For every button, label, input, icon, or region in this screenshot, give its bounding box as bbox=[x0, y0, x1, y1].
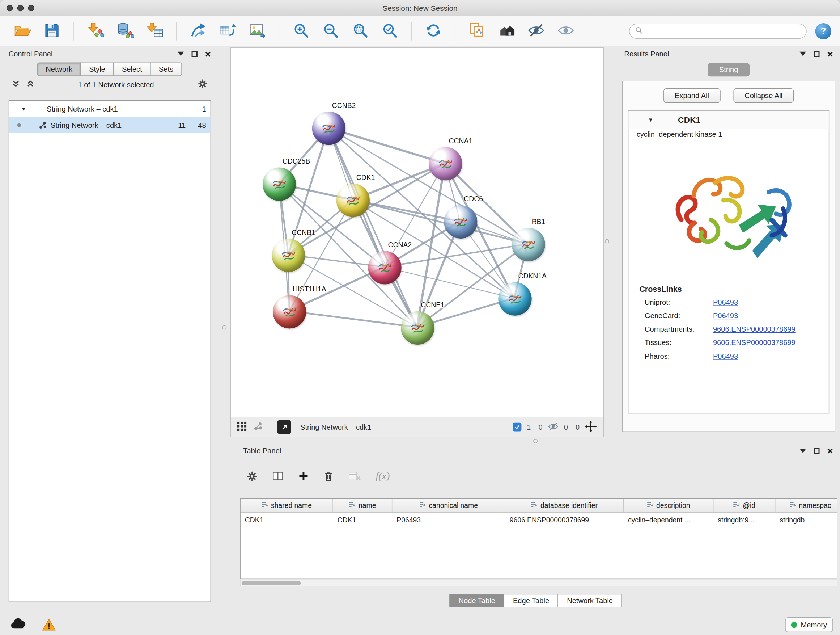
network-node-cdc6[interactable] bbox=[444, 205, 477, 239]
import-network-from-database-button[interactable] bbox=[112, 19, 137, 43]
network-node-ccnb2[interactable] bbox=[312, 111, 346, 145]
import-network-from-file-button[interactable] bbox=[83, 19, 107, 43]
search-box[interactable] bbox=[629, 24, 807, 39]
table-cell[interactable]: P06493 bbox=[392, 516, 505, 524]
tab-string[interactable]: String bbox=[707, 63, 750, 76]
detach-view-button[interactable] bbox=[277, 420, 291, 434]
overview-button[interactable] bbox=[494, 19, 519, 43]
network-node-cdc25b[interactable] bbox=[263, 168, 296, 201]
column-header-database-identifier[interactable]: database identifier bbox=[505, 499, 624, 512]
table-cell[interactable]: CDK1 bbox=[333, 516, 393, 524]
network-node-ccne1[interactable] bbox=[401, 311, 434, 345]
hide-graphics-details-button[interactable] bbox=[523, 19, 548, 43]
panel-float-icon[interactable] bbox=[191, 51, 197, 57]
memory-button[interactable]: Memory bbox=[785, 617, 833, 632]
control-panel-tab-select[interactable]: Select bbox=[113, 63, 150, 76]
panel-minimize-icon[interactable] bbox=[799, 448, 806, 453]
export-image-button[interactable] bbox=[245, 19, 270, 43]
close-window-button[interactable] bbox=[6, 5, 13, 11]
panel-close-icon[interactable]: × bbox=[827, 49, 833, 59]
create-column-plus-icon[interactable] bbox=[298, 470, 309, 481]
table-cell[interactable]: 9606.ENSP00000378699 bbox=[505, 516, 624, 524]
crosslink-link[interactable]: P06493 bbox=[713, 298, 829, 306]
panel-close-icon[interactable]: × bbox=[205, 49, 211, 59]
network-options-gear-icon[interactable] bbox=[197, 79, 208, 90]
network-node-rb1[interactable] bbox=[512, 228, 545, 261]
network-node-hist1h1a[interactable] bbox=[273, 295, 306, 328]
crosslink-link[interactable]: P06493 bbox=[713, 352, 829, 360]
control-panel-tab-network[interactable]: Network bbox=[37, 63, 81, 76]
crosslink-link[interactable]: P06493 bbox=[713, 312, 829, 320]
search-input[interactable] bbox=[647, 27, 801, 35]
network-canvas[interactable]: CCNB2CCNA1CDC25BCDK1CDC6RB1CCNB1CCNA2CDK… bbox=[231, 48, 603, 417]
table-tab-node-table[interactable]: Node Table bbox=[449, 594, 504, 608]
network-share-icon[interactable] bbox=[254, 422, 263, 432]
network-node-ccna1[interactable] bbox=[429, 147, 462, 180]
warning-icon[interactable] bbox=[42, 618, 57, 633]
duplicate-network-button[interactable] bbox=[464, 19, 489, 43]
collapse-all-button[interactable]: Collapse All bbox=[733, 88, 794, 103]
splitter-handle[interactable] bbox=[222, 325, 226, 329]
zoom-out-button[interactable] bbox=[318, 19, 343, 43]
grid-view-icon[interactable] bbox=[237, 422, 246, 432]
table-tab-network-table[interactable]: Network Table bbox=[558, 594, 622, 608]
panel-close-icon[interactable]: × bbox=[827, 446, 833, 456]
hidden-eye-slash-icon[interactable] bbox=[548, 421, 559, 432]
splitter-handle[interactable] bbox=[605, 239, 609, 243]
gene-collapse-icon[interactable]: ▼ bbox=[648, 117, 653, 123]
panel-minimize-icon[interactable] bbox=[178, 52, 184, 56]
zoom-selected-button[interactable] bbox=[377, 19, 402, 43]
expand-all-button[interactable]: Expand All bbox=[663, 88, 720, 103]
delete-table-icon[interactable] bbox=[348, 470, 361, 481]
panel-float-icon[interactable] bbox=[813, 51, 819, 57]
maximize-window-button[interactable] bbox=[28, 5, 34, 11]
panel-float-icon[interactable] bbox=[813, 448, 819, 454]
control-panel-tab-sets[interactable]: Sets bbox=[150, 63, 182, 76]
column-header-namespac[interactable]: namespac bbox=[775, 499, 837, 512]
network-collection-row[interactable]: ▼ String Network – cdk1 1 bbox=[9, 101, 210, 117]
column-header-canonical-name[interactable]: canonical name bbox=[392, 499, 505, 512]
minimize-window-button[interactable] bbox=[17, 5, 24, 11]
table-row[interactable]: CDK1CDK1P064939606.ENSP00000378699cyclin… bbox=[240, 513, 837, 527]
column-header-name[interactable]: name bbox=[333, 499, 393, 512]
table-settings-gear-icon[interactable] bbox=[246, 470, 257, 481]
table-cell[interactable]: cyclin–dependent ... bbox=[624, 516, 714, 524]
network-node-ccnb1[interactable] bbox=[272, 239, 305, 272]
save-session-button[interactable] bbox=[39, 19, 64, 43]
cloud-status-icon[interactable] bbox=[10, 618, 27, 632]
open-session-button[interactable] bbox=[10, 19, 34, 43]
pan-crosshair-icon[interactable] bbox=[585, 420, 597, 434]
column-header-description[interactable]: description bbox=[624, 499, 714, 512]
column-header-id[interactable]: @id bbox=[714, 499, 775, 512]
import-table-from-file-button[interactable] bbox=[142, 19, 167, 43]
network-node-ccna2[interactable] bbox=[368, 251, 401, 284]
show-graphics-details-button[interactable] bbox=[553, 19, 578, 43]
network-node-cdkn1a[interactable] bbox=[498, 282, 531, 315]
zoom-fit-button[interactable] bbox=[347, 19, 372, 43]
column-header-shared-name[interactable]: shared name bbox=[240, 499, 333, 512]
function-builder-icon[interactable]: f(x) bbox=[376, 470, 390, 482]
selected-checkbox-icon[interactable] bbox=[513, 423, 522, 432]
panel-minimize-icon[interactable] bbox=[799, 52, 806, 56]
zoom-in-button[interactable] bbox=[288, 19, 313, 43]
crosslink-link[interactable]: 9606.ENSP00000378699 bbox=[713, 339, 829, 347]
show-columns-icon[interactable] bbox=[272, 470, 284, 481]
crosslink-link[interactable]: 9606.ENSP00000378699 bbox=[713, 325, 829, 333]
network-row-selected[interactable]: String Network – cdk1 11 48 bbox=[9, 117, 210, 133]
scrollbar-thumb[interactable] bbox=[242, 581, 301, 585]
collapse-all-networks-icon[interactable] bbox=[27, 80, 34, 89]
help-button[interactable]: ? bbox=[815, 23, 832, 39]
splitter-handle[interactable] bbox=[533, 439, 538, 443]
new-network-from-selection-button[interactable] bbox=[186, 19, 210, 43]
tree-expand-icon[interactable]: ▼ bbox=[21, 106, 27, 111]
network-from-table-button[interactable] bbox=[215, 19, 240, 43]
delete-column-trash-icon[interactable] bbox=[324, 470, 333, 481]
table-tab-edge-table[interactable]: Edge Table bbox=[504, 594, 559, 608]
network-node-cdk1[interactable] bbox=[336, 184, 370, 217]
table-cell[interactable]: CDK1 bbox=[240, 516, 333, 524]
table-horizontal-scrollbar[interactable] bbox=[240, 580, 837, 586]
control-panel-tab-style[interactable]: Style bbox=[80, 63, 114, 76]
table-cell[interactable]: stringdb:9... bbox=[714, 516, 775, 524]
expand-all-networks-icon[interactable] bbox=[12, 80, 20, 89]
table-cell[interactable]: stringdb bbox=[775, 516, 837, 524]
